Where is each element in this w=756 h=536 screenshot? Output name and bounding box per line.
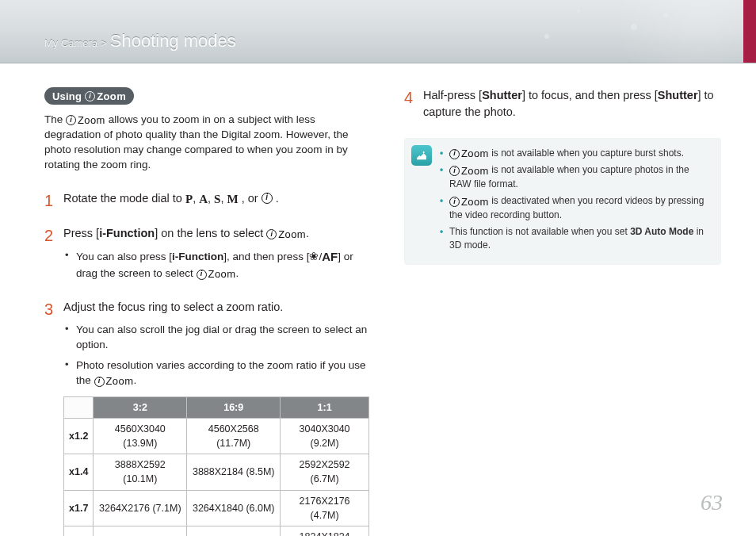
note-box: Zoom is not available when you capture b… — [404, 138, 721, 265]
step-3: Adjust the focus ring to select a zoom r… — [44, 299, 369, 536]
steps-left: Rotate the mode dial to P, A, S, M , or … — [44, 190, 369, 536]
step3-sub2: Photo resolution varies according to the… — [63, 358, 369, 389]
cell: 1824X1824 (3.3M) — [281, 526, 369, 536]
t: Half-press [ — [423, 89, 482, 101]
note-item: This function is not available when you … — [440, 225, 712, 253]
i-circle-icon — [197, 270, 207, 280]
s2-pre: Press [ — [63, 227, 99, 239]
zoom-label: Zoom — [461, 166, 489, 176]
i-circle-icon — [266, 229, 277, 239]
t: This function is not available when you … — [449, 226, 630, 237]
cell: 3888X2592 (10.1M) — [94, 454, 187, 490]
th-1-1: 1:1 — [281, 396, 369, 418]
step1-post: . — [276, 192, 279, 205]
note-item: Zoom is not available when you capture b… — [440, 147, 712, 160]
header: My Camera > Shooting modes — [0, 0, 756, 63]
sep: , — [193, 192, 199, 205]
zoom-label: Zoom — [106, 376, 134, 386]
note-item: Zoom is not available when you capture p… — [440, 163, 712, 191]
cell: 2736X1536 (4.2M) — [187, 526, 281, 536]
th-empty — [64, 396, 94, 418]
step-1: Rotate the mode dial to P, A, S, M , or … — [44, 190, 369, 209]
zoom-label: Zoom — [97, 91, 126, 101]
i-circle-icon — [85, 91, 95, 101]
intro-text: The Zoom allows you to zoom in on a subj… — [44, 113, 369, 173]
zoom-label: Zoom — [208, 269, 236, 279]
intro-pre: The — [44, 113, 66, 125]
note-item: Zoom is deactivated when you record vide… — [440, 194, 712, 222]
breadcrumb-separator: > — [97, 37, 110, 49]
step3-sub1: You can also scroll the jog dial or drag… — [63, 322, 369, 353]
t: You can also press [ — [76, 251, 172, 262]
cell: 3264X1840 (6.0M) — [187, 490, 281, 526]
zoom-label: Zoom — [78, 115, 105, 125]
t: . — [235, 267, 239, 279]
izoom-inline: Zoom — [66, 115, 105, 125]
step2-sub1: You can also press [i-Function], and the… — [63, 248, 369, 281]
table-row: x1.7 3264X2176 (7.1M) 3264X1840 (6.0M) 2… — [64, 490, 369, 526]
row-label: x1.4 — [64, 454, 94, 490]
mode-a: A — [199, 193, 208, 205]
sep: , — [220, 192, 227, 205]
i-circle-icon — [66, 115, 76, 125]
smart-mode-icon — [262, 193, 273, 204]
or: , or — [242, 192, 262, 205]
shutter-label: Shutter — [658, 89, 698, 101]
izoom-inline: Zoom — [449, 148, 489, 159]
mode-m: M — [227, 193, 239, 205]
shutter-label: Shutter — [482, 89, 522, 101]
t: ] to focus, and then press [ — [522, 89, 658, 101]
table-row: x2 2736X1824 (5.0M) 2736X1536 (4.2M) 182… — [64, 526, 369, 536]
zoom-label: Zoom — [461, 148, 489, 159]
i-circle-icon — [449, 197, 460, 207]
table-row: x1.4 3888X2592 (10.1M) 3888X2184 (8.5M) … — [64, 454, 369, 490]
s2-post: . — [306, 227, 309, 239]
t: is not available when you capture burst … — [489, 147, 684, 159]
step-2: Press [i-Function] on the lens to select… — [44, 225, 369, 281]
breadcrumb-page: Shooting modes — [110, 31, 236, 51]
breadcrumb-section: My Camera — [44, 37, 97, 49]
t: . — [133, 374, 136, 386]
cell: 3040X3040 (9.2M) — [281, 419, 369, 454]
izoom-inline: Zoom — [94, 376, 134, 386]
cell: 2176X2176 (4.7M) — [281, 490, 369, 526]
steps-right: Half-press [Shutter] to focus, and then … — [404, 87, 721, 121]
t: ], and then press [ — [223, 251, 309, 262]
i-circle-icon — [449, 166, 460, 176]
step-4: Half-press [Shutter] to focus, and then … — [404, 87, 721, 121]
zoom-label: Zoom — [461, 197, 489, 207]
izoom-badge: Zoom — [85, 91, 126, 101]
sep: , — [208, 192, 214, 205]
step3-sub: You can also scroll the jog dial or drag… — [63, 322, 369, 389]
i-function-label: i-Function — [99, 227, 155, 239]
cell: 4560X2568 (11.7M) — [187, 419, 281, 454]
page-body: Using Zoom The Zoom allows you to zoom i… — [0, 63, 756, 536]
using-label: Using — [52, 90, 82, 102]
bold: 3D Auto Mode — [630, 226, 693, 237]
izoom-inline: Zoom — [197, 269, 236, 279]
mode-p: P — [185, 193, 193, 205]
s2-mid: ] on the lens to select — [155, 227, 266, 239]
row-label: x1.2 — [64, 419, 94, 454]
cell: 2736X1824 (5.0M) — [94, 526, 187, 536]
cell: 2592X2592 (6.7M) — [281, 454, 369, 490]
cell: 4560X3040 (13.9M) — [94, 419, 187, 454]
page-number: 63 — [701, 490, 723, 515]
cell: 3264X2176 (7.1M) — [94, 490, 187, 526]
izoom-inline: Zoom — [266, 229, 306, 239]
left-column: Using Zoom The Zoom allows you to zoom i… — [44, 87, 369, 536]
zoom-label: Zoom — [278, 229, 306, 239]
step1-pre: Rotate the mode dial to — [63, 192, 185, 205]
note-icon — [411, 145, 432, 166]
izoom-inline: Zoom — [449, 197, 489, 207]
step2-sub: You can also press [i-Function], and the… — [63, 248, 369, 281]
flower-icon: ❀ — [309, 251, 319, 262]
note-list: Zoom is not available when you capture b… — [440, 147, 712, 253]
header-accent — [743, 0, 756, 63]
row-label: x1.7 — [64, 490, 94, 526]
using-pill: Using Zoom — [44, 87, 134, 105]
step3-text: Adjust the focus ring to select a zoom r… — [63, 301, 283, 313]
cell: 3888X2184 (8.5M) — [187, 454, 281, 490]
i-function-label: i-Function — [172, 251, 223, 262]
th-3-2: 3:2 — [94, 396, 187, 418]
